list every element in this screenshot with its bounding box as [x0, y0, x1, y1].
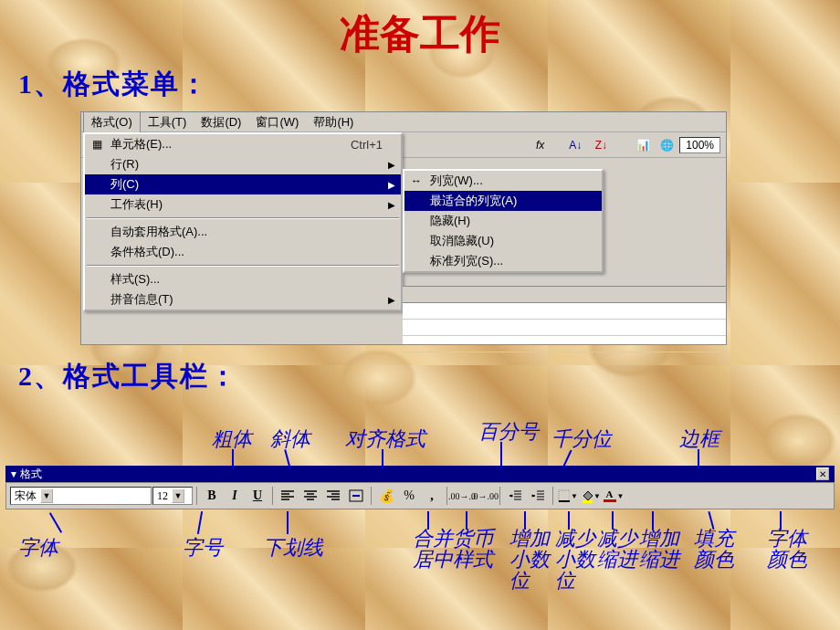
fill-color-button[interactable]: ▼	[580, 486, 602, 506]
callout-font: 字体	[18, 534, 58, 562]
align-left-icon	[281, 490, 294, 501]
menu-item-label: 取消隐藏(U)	[430, 233, 494, 249]
bold-button[interactable]: B	[201, 486, 223, 506]
section-2-label: 2、格式工具栏：	[18, 358, 238, 395]
format-toolbar-window: ▾ 格式 ✕ 宋体 ▼ 12 ▼ B I U 💰 %	[5, 466, 835, 509]
toolbar-menu-arrow-icon[interactable]: ▾	[11, 467, 16, 481]
dropdown-arrow-icon[interactable]: ▼	[593, 492, 601, 500]
percent-button[interactable]: %	[398, 486, 420, 506]
menu-data[interactable]: 数据(D)	[194, 112, 248, 132]
underline-button[interactable]: U	[247, 486, 268, 506]
callout-italic: 斜体	[270, 425, 310, 453]
dropdown-arrow-icon[interactable]: ▼	[40, 488, 53, 503]
merge-center-button[interactable]	[345, 486, 367, 506]
toolbar-separator	[499, 487, 500, 505]
menu-item-label: 行(R)	[110, 156, 139, 173]
column-submenu: ↔ 列宽(W)... 最适合的列宽(A) 隐藏(H) 取消隐藏(U) 标准列宽(…	[403, 169, 604, 273]
font-color-button[interactable]: A ▼	[603, 486, 625, 506]
menu-item-label: 标准列宽(S)...	[430, 253, 503, 269]
submenu-arrow-icon: ▶	[388, 295, 395, 305]
inc-indent-icon	[531, 490, 544, 501]
menu-item-phonetic[interactable]: 拼音信息(T) ▶	[85, 289, 401, 310]
increase-decimal-button[interactable]: .00→.0	[451, 486, 473, 506]
menu-item-label: 拼音信息(T)	[110, 291, 173, 308]
format-dropdown: ▦ 单元格(E)... Ctrl+1 行(R) ▶ 列(C) ▶ 工作表(H) …	[83, 132, 403, 311]
dropdown-arrow-icon[interactable]: ▼	[172, 488, 184, 503]
callout-fontcolor: 字体颜色	[767, 528, 807, 570]
excel-menu-screenshot: 格式(O) 工具(T) 数据(D) 窗口(W) 帮助(H) 🏠 fx A↓ Z↓…	[80, 111, 727, 345]
menu-item-label: 隐藏(H)	[430, 213, 470, 229]
section-1-label: 1、格式菜单：	[18, 66, 209, 103]
menu-item-label: 自动套用格式(A)...	[110, 224, 207, 240]
menu-item-label: 条件格式(D)...	[110, 244, 184, 260]
submenu-item-width[interactable]: ↔ 列宽(W)...	[404, 171, 602, 191]
submenu-arrow-icon: ▶	[388, 200, 395, 210]
callout-size: 字号	[183, 534, 223, 562]
menu-item-label: 列宽(W)...	[430, 173, 483, 189]
format-toolbar-titlebar[interactable]: ▾ 格式 ✕	[5, 466, 835, 482]
menu-item-label: 工作表(H)	[110, 196, 163, 213]
callout-indent-dec: 减少缩进	[597, 528, 637, 570]
callout-dec-dec: 减少小数位	[555, 528, 595, 591]
menu-item-autoformat[interactable]: 自动套用格式(A)...	[85, 222, 401, 242]
close-icon[interactable]: ✕	[816, 467, 829, 480]
merge-icon	[349, 489, 363, 502]
svg-rect-2	[583, 500, 593, 503]
dropdown-arrow-icon[interactable]: ▼	[571, 492, 578, 500]
currency-button[interactable]: 💰	[375, 486, 397, 506]
font-name-value: 宋体	[15, 488, 37, 504]
align-center-button[interactable]	[299, 486, 321, 506]
menu-tools[interactable]: 工具(T)	[141, 112, 194, 132]
sort-desc-icon[interactable]: Z↓	[590, 135, 612, 155]
menu-format[interactable]: 格式(O)	[83, 111, 141, 132]
font-color-letter: A	[606, 489, 614, 499]
menu-item-style[interactable]: 样式(S)...	[85, 269, 401, 289]
align-left-button[interactable]	[277, 486, 299, 506]
callout-indent-inc: 增加缩进	[639, 528, 679, 570]
menu-item-label: 单元格(E)...	[110, 136, 172, 152]
map-icon[interactable]: 🌐	[656, 135, 677, 155]
menu-item-row[interactable]: 行(R) ▶	[85, 154, 401, 174]
worksheet-area[interactable]	[403, 286, 726, 344]
border-button[interactable]: ▼	[557, 486, 579, 506]
menu-item-label: 列(C)	[110, 176, 139, 193]
submenu-item-unhide[interactable]: 取消隐藏(U)	[404, 231, 602, 251]
menu-window[interactable]: 窗口(W)	[248, 112, 306, 132]
callout-line	[287, 511, 289, 534]
font-name-combo[interactable]: 宋体 ▼	[10, 487, 152, 505]
svg-rect-1	[559, 490, 570, 501]
submenu-item-hide[interactable]: 隐藏(H)	[404, 211, 602, 231]
fill-icon	[581, 488, 593, 503]
menu-item-label: 样式(S)...	[110, 271, 160, 288]
callout-thousand: 千分位	[551, 425, 612, 453]
comma-button[interactable]: ,	[421, 486, 443, 506]
font-size-value: 12	[157, 489, 168, 503]
toolbar-separator	[552, 487, 553, 505]
format-toolbar: 宋体 ▼ 12 ▼ B I U 💰 % , .00→.0	[5, 482, 835, 509]
submenu-item-autofit[interactable]: 最适合的列宽(A)	[404, 191, 602, 211]
menu-item-column[interactable]: 列(C) ▶	[85, 174, 401, 194]
italic-button[interactable]: I	[224, 486, 246, 506]
menu-item-sheet[interactable]: 工作表(H) ▶	[85, 194, 401, 215]
menu-item-conditional[interactable]: 条件格式(D)...	[85, 242, 401, 262]
zoom-combo[interactable]: 100%	[679, 137, 720, 153]
callout-align: 对齐格式	[345, 425, 425, 453]
submenu-item-standard[interactable]: 标准列宽(S)...	[404, 251, 602, 271]
chart-wizard-icon[interactable]: 📊	[632, 135, 654, 155]
font-size-combo[interactable]: 12 ▼	[152, 487, 193, 505]
decrease-decimal-button[interactable]: .0→.00	[474, 486, 496, 506]
menu-item-label: 最适合的列宽(A)	[430, 193, 517, 209]
callout-line	[500, 442, 502, 469]
callout-merge: 合并居中	[413, 528, 453, 570]
submenu-arrow-icon: ▶	[388, 160, 395, 170]
menu-help[interactable]: 帮助(H)	[306, 112, 361, 132]
sort-asc-icon[interactable]: A↓	[564, 135, 586, 155]
callout-percent: 百分号	[478, 418, 539, 446]
submenu-arrow-icon: ▶	[388, 180, 395, 190]
increase-indent-button[interactable]	[527, 486, 549, 506]
decrease-indent-button[interactable]	[504, 486, 526, 506]
align-right-button[interactable]	[322, 486, 344, 506]
menu-item-cells[interactable]: ▦ 单元格(E)... Ctrl+1	[85, 134, 401, 154]
dropdown-arrow-icon[interactable]: ▼	[617, 492, 625, 500]
menubar: 格式(O) 工具(T) 数据(D) 窗口(W) 帮助(H)	[81, 112, 726, 132]
